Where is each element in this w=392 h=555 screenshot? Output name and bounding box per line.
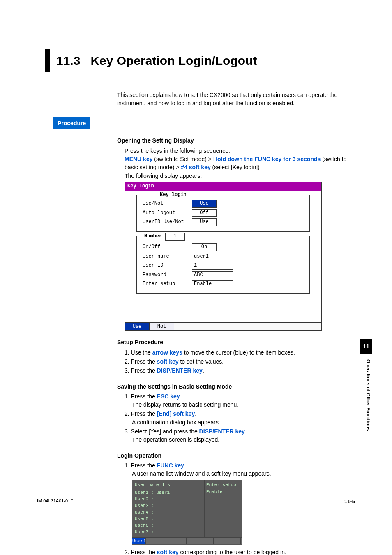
- setup-step-2: 2. Press the soft key to set the values.: [125, 357, 355, 366]
- soft4-key-ref: #4 soft key: [181, 164, 210, 170]
- soft-key-ref: soft key: [157, 358, 179, 365]
- saving-step-2-sub: A confirmation dialog box appears: [132, 418, 355, 426]
- value-enter-setup[interactable]: Enable: [192, 280, 233, 288]
- login-step-1-sub: A user name list window and a soft key m…: [132, 470, 355, 478]
- setup-step-3: 3. Press the DISP/ENTER key.: [125, 366, 355, 375]
- login-step-2: 2. Press the soft key corresponding to t…: [125, 548, 355, 555]
- softkey-user1[interactable]: User1: [132, 538, 146, 544]
- row-password: Password ABC: [143, 271, 304, 279]
- user-name-list-screenshot: User name list User1 :user1 User2 : User…: [132, 480, 242, 545]
- value-use-not[interactable]: Use: [192, 200, 217, 207]
- softkey-use[interactable]: Use: [125, 323, 150, 330]
- section-number: 11.3: [56, 54, 80, 67]
- menu-key-ref: MENU key: [125, 156, 152, 162]
- saving-step-1: 1. Press the ESC key. The display return…: [125, 392, 355, 409]
- end-soft-key-ref: [End] soft key: [157, 410, 195, 417]
- setup-procedure-list: 1. Use the arrow keys to move the cursor…: [125, 348, 355, 375]
- saving-list: 1. Press the ESC key. The display return…: [125, 392, 355, 444]
- row-auto-logout: Auto logout Off: [143, 209, 304, 217]
- number-group: Number 1 On/Off On User name user1 User …: [136, 236, 310, 294]
- login-heading: Login Operation: [117, 451, 355, 460]
- row-on-off: On/Off On: [143, 243, 304, 251]
- key-login-group: Key login Use/Not Use Auto logout Off Us…: [136, 195, 310, 232]
- number-label: Number: [144, 233, 162, 240]
- disp-enter-key-ref-2: DISP/ENTER key: [199, 428, 245, 435]
- opening-sequence: MENU key (switch to Set mode) > Hold dow…: [125, 155, 355, 172]
- func-key-ref: Hold down the FUNC key for 3 seconds: [213, 156, 321, 162]
- enter-setup-label: Enter setup: [206, 482, 240, 488]
- row-user-id: User ID 1: [143, 262, 304, 269]
- user-row-4: User4 :: [135, 509, 202, 516]
- number-value[interactable]: 1: [165, 233, 185, 240]
- doc-id: IM 04L31A01-01E: [37, 498, 74, 506]
- value-user-id[interactable]: 1: [192, 262, 233, 269]
- setup-procedure-heading: Setup Procedure: [117, 338, 355, 346]
- softkey-not[interactable]: Not: [150, 323, 174, 330]
- value-password[interactable]: ABC: [192, 271, 233, 279]
- opening-heading: Opening the Setting Display: [117, 136, 355, 145]
- setup-step-1: 1. Use the arrow keys to move the cursor…: [125, 348, 355, 357]
- row-enter-setup: Enter setup Enable: [143, 280, 304, 288]
- value-on-off[interactable]: On: [192, 243, 217, 251]
- disp-enter-key-ref: DISP/ENTER key: [157, 367, 203, 374]
- key-login-screenshot: Key login Key login Use/Not Use Auto log…: [125, 182, 322, 331]
- user-list-panel: User name list User1 :user1 User2 : User…: [132, 480, 205, 538]
- title-accent-bar: [45, 49, 50, 72]
- soft-key-bar: Use Not: [125, 322, 321, 330]
- saving-step-3-sub: The operation screen is displayed.: [132, 435, 355, 444]
- row-user-name: User name user1: [143, 253, 304, 260]
- softkey-slot-8[interactable]: [227, 538, 241, 544]
- screen-titlebar: Key login: [125, 182, 321, 191]
- saving-step-3: 3. Select [Yes] and press the DISP/ENTER…: [125, 427, 355, 444]
- user-row-5: User5 :: [135, 516, 202, 523]
- user-row-1: User1 :user1: [135, 490, 202, 496]
- chapter-tab-text: Operations of Other Functions: [364, 359, 371, 431]
- user-row-6: User6 :: [135, 523, 202, 529]
- softkey-slot-3[interactable]: [159, 538, 173, 544]
- func-key-ref-2: FUNC key: [157, 462, 184, 469]
- soft-key-ref-2: soft key: [157, 549, 179, 555]
- user-softkey-bar: User1: [132, 537, 242, 544]
- enter-setup-panel: Enter setup Enable: [205, 480, 242, 538]
- login-list: 1. Press the FUNC key. A user name list …: [125, 461, 355, 555]
- group-legend: Key login: [157, 191, 189, 198]
- value-auto-logout[interactable]: Off: [192, 209, 217, 217]
- value-userid-use-not[interactable]: Use: [192, 218, 217, 226]
- page-footer: IM 04L31A01-01E 11-5: [37, 498, 355, 506]
- value-user-name[interactable]: user1: [192, 253, 233, 260]
- procedure-badge: Procedure: [53, 117, 90, 129]
- softkey-slot-5[interactable]: [187, 538, 200, 544]
- softkey-slot-6[interactable]: [200, 538, 214, 544]
- arrow-keys-ref: arrow keys: [152, 349, 182, 356]
- row-use-not: Use/Not Use: [143, 200, 304, 207]
- saving-heading: Saving the Settings in Basic Setting Mod…: [117, 382, 355, 391]
- section-title: 11.3 Key Operation Login/Logout: [56, 49, 257, 72]
- user-row-7: User7 :: [135, 529, 202, 536]
- opening-line1: Press the keys in the following sequence…: [125, 147, 355, 155]
- softkey-slot-2[interactable]: [146, 538, 159, 544]
- page-number: 11-5: [344, 498, 355, 506]
- chapter-tab: 11: [360, 339, 372, 354]
- section-heading: Key Operation Login/Logout: [90, 54, 257, 67]
- user-list-header: User name list: [135, 482, 202, 488]
- enter-setup-value: Enable: [206, 489, 240, 495]
- saving-step-2: 2. Press the [End] soft key. A confirmat…: [125, 410, 355, 426]
- saving-step-1-sub: The display returns to basic setting men…: [132, 401, 355, 409]
- softkey-slot-4[interactable]: [173, 538, 187, 544]
- section-title-block: 11.3 Key Operation Login/Logout: [45, 49, 355, 72]
- intro-paragraph: This section explains how to set the CX2…: [117, 91, 355, 108]
- esc-key-ref: ESC key: [157, 393, 180, 400]
- footer-rule: [37, 497, 355, 497]
- softkey-slot-7[interactable]: [214, 538, 227, 544]
- row-userid-use-not: UserID Use/Not Use: [143, 218, 304, 226]
- opening-line3: The following display appears.: [125, 172, 355, 180]
